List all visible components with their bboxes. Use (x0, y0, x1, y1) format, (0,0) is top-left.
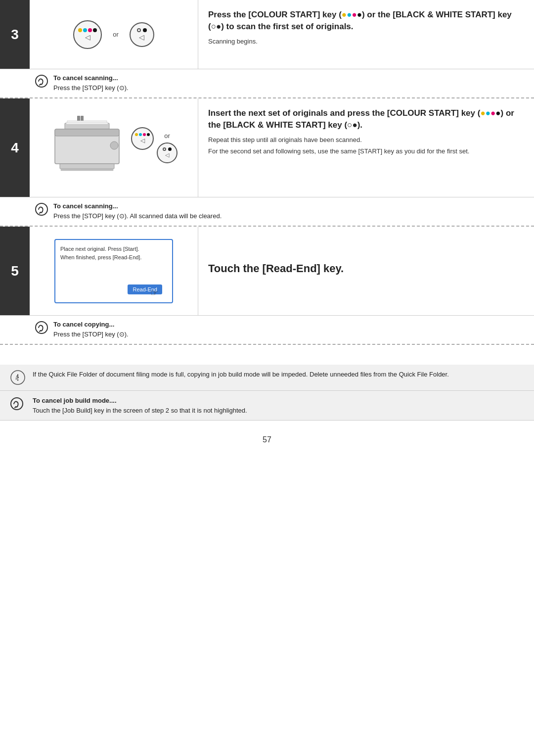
cancel-icon-4 (35, 202, 48, 216)
screen-line2: When finished, press [Read-End]. (60, 254, 141, 260)
step-3-cancel-text: To cancel scanning... Press the [STOP] k… (53, 73, 129, 93)
step-5-content: Touch the [Read-End] key. (198, 227, 534, 315)
dot-cyan-4 (139, 133, 142, 136)
step-4-cancel-text: To cancel scanning... Press the [STOP] k… (53, 201, 222, 221)
svg-rect-8 (60, 164, 114, 169)
dot-white-circle-4 (163, 147, 166, 151)
step-5-visual: Place next original. Press [Start]. When… (30, 227, 198, 315)
page-number: 57 (0, 421, 534, 459)
step-5-title: Touch the [Read-End] key. (208, 261, 344, 277)
finger-cursor-icon: ☞ (150, 287, 158, 298)
svg-rect-7 (55, 129, 119, 136)
dot-yellow-4 (135, 133, 138, 136)
step-5-cancel-title: To cancel copying... (53, 321, 114, 328)
step-3-content: Press the [COLOUR START] key (●●●●) or t… (198, 0, 534, 69)
dot-cyan (83, 28, 87, 32)
step-4-content: Insert the next set of originals and pre… (198, 98, 534, 197)
or-label-3: or (113, 31, 119, 38)
printer-illustration: ◁ (50, 113, 129, 183)
note-2-text: To cancel job build mode.... Touch the [… (33, 396, 247, 415)
start-arrow-colour: ◁ (85, 33, 90, 41)
step-3-desc: Scanning begins. (208, 37, 524, 47)
bw-start-key-4: ◁ (157, 142, 178, 163)
dot-magenta-4 (143, 133, 146, 136)
dot-yellow (78, 28, 82, 32)
colour-dots-4 (135, 133, 150, 136)
step-4-section: 4 (0, 98, 534, 197)
step-4-cancel-desc: Press the [STOP] key (⊙). All scanned da… (53, 212, 222, 220)
cancel-icon-3 (35, 74, 48, 88)
bw-start-key: ◁ (130, 22, 154, 47)
step-3-cancel-title: To cancel scanning... (53, 74, 118, 82)
step-3-number: 3 (0, 0, 30, 69)
step-5-cancel-desc: Press the [STOP] key (⊙). (53, 331, 129, 338)
svg-point-12 (36, 322, 47, 333)
step-4-visual-inner: ◁ or ◁ (50, 113, 178, 183)
screen-text: Place next original. Press [Start]. When… (60, 245, 167, 262)
step-4-number: 4 (0, 98, 30, 197)
start-arrow-colour-4: ◁ (140, 137, 145, 144)
note-2-icon-wrap (10, 396, 26, 412)
colour-start-key: ◁ (73, 20, 102, 49)
dot-black-4 (147, 133, 150, 136)
dot-black-filled-4 (168, 147, 172, 151)
pencil-icon (10, 370, 26, 385)
page-container: 3 ◁ or (0, 0, 534, 459)
step-3-section: 3 ◁ or (0, 0, 534, 69)
cancel-icon-5 (35, 321, 48, 334)
step4-keys-overlay: ◁ (131, 127, 154, 150)
bw-dots-4 (163, 147, 172, 151)
screen-mockup: Place next original. Press [Start]. When… (54, 239, 173, 303)
start-arrow-bw-4: ◁ (165, 152, 169, 158)
printer-svg (50, 113, 129, 183)
colour-dots (78, 28, 97, 32)
note-1-text: If the Quick File Folder of document fil… (33, 370, 449, 379)
step-3-keys-row: ◁ or ◁ (73, 20, 154, 49)
step-5-cancel-text: To cancel copying... Press the [STOP] ke… (53, 320, 129, 339)
dot-black (93, 28, 97, 32)
step-4-visual: ◁ or ◁ (30, 98, 198, 197)
step-5-section: 5 Place next original. Press [Start]. Wh… (0, 227, 534, 316)
svg-rect-9 (61, 169, 113, 171)
svg-rect-5 (67, 121, 107, 123)
step-5-cancel-row: To cancel copying... Press the [STOP] ke… (0, 316, 534, 345)
svg-point-0 (36, 75, 47, 87)
step-4-desc1: Repeat this step until all originals hav… (208, 135, 524, 145)
svg-point-10 (110, 142, 118, 149)
note-1-section: If the Quick File Folder of document fil… (0, 365, 534, 391)
note-2-title: To cancel job build mode.... (33, 397, 117, 404)
note-2-body: Touch the [Job Build] key in the screen … (33, 407, 247, 414)
step-4-title: Insert the next set of originals and pre… (208, 107, 524, 131)
colour-start-key-4: ◁ (131, 127, 154, 150)
dot-white-circle (137, 28, 141, 32)
svg-point-16 (11, 398, 23, 410)
start-arrow-bw: ◁ (139, 33, 144, 41)
svg-point-15 (17, 379, 19, 381)
or-label-4: or (164, 132, 170, 140)
step-3-visual: ◁ or ◁ (30, 0, 198, 69)
note-1-icon-wrap (10, 370, 26, 385)
screen-line1: Place next original. Press [Start]. (60, 246, 139, 252)
bw-dots (137, 28, 147, 32)
step-4-cancel-title: To cancel scanning... (53, 202, 118, 210)
step-4-cancel-row: To cancel scanning... Press the [STOP] k… (0, 197, 534, 227)
cancel-icon-note2 (10, 397, 24, 411)
step4-or-bw: or ◁ (157, 132, 178, 163)
step-4-desc2: For the second set and following sets, u… (208, 146, 524, 156)
svg-point-11 (36, 203, 47, 215)
step-3-cancel-row: To cancel scanning... Press the [STOP] k… (0, 69, 534, 98)
dot-magenta (88, 28, 92, 32)
note-2-section: To cancel job build mode.... Touch the [… (0, 391, 534, 421)
step-3-cancel-desc: Press the [STOP] key (⊙). (53, 84, 129, 92)
spacer (0, 345, 534, 365)
step-5-number: 5 (0, 227, 30, 315)
step-3-title: Press the [COLOUR START] key (●●●●) or t… (208, 9, 524, 33)
dot-black-filled (143, 28, 147, 32)
